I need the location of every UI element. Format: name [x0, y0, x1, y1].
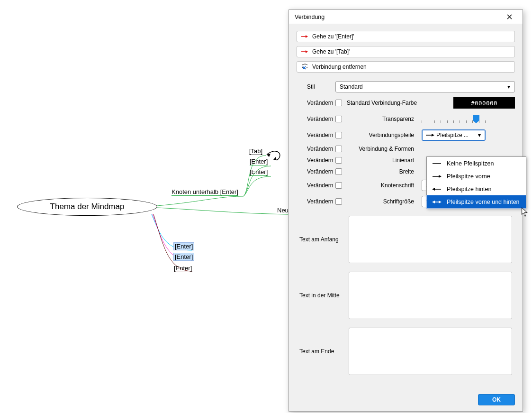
arrow-both-icon — [432, 200, 442, 204]
goto-tab-button[interactable]: Gehe zu '[Tab]' — [297, 46, 515, 57]
branch-knoten-unterhalb[interactable]: Knoten unterhalb [Enter] — [171, 188, 238, 196]
change-label-fontsize: Verändern — [297, 198, 331, 205]
change-label-nodefont: Verändern — [297, 182, 331, 189]
width-label: Breite — [347, 168, 417, 175]
branch-neu[interactable]: Neu — [277, 207, 289, 214]
nodefont-label: Knotenschrift — [347, 182, 417, 189]
change-label-lineart: Verändern — [297, 157, 331, 164]
leaf-enter-sel-1[interactable]: [Enter] — [174, 243, 194, 250]
change-label-shapes: Verändern — [297, 146, 331, 152]
lineart-label: Linienart — [347, 157, 417, 164]
dialog-title: Verbindung — [295, 14, 325, 20]
svg-marker-5 — [306, 50, 308, 53]
slider-thumb[interactable] — [473, 115, 479, 120]
connection-dialog: Verbindung Gehe zu '[Enter]' Gehe zu '[T… — [289, 9, 523, 412]
change-nodefont-checkbox[interactable] — [335, 182, 342, 189]
close-button[interactable] — [500, 10, 519, 24]
std-conn-color-label: Standard Verbindung-Farbe — [347, 100, 417, 106]
shapes-label: Verbindung & Formen — [347, 146, 417, 152]
svg-marker-0 — [273, 157, 277, 160]
svg-marker-17 — [439, 201, 442, 203]
text-start-label: Text am Anfang — [297, 236, 343, 243]
change-width-checkbox[interactable] — [335, 168, 342, 175]
goto-enter-button[interactable]: Gehe zu '[Enter]' — [297, 31, 515, 42]
change-lineart-checkbox[interactable] — [335, 157, 342, 164]
leaf-enter-2[interactable]: [Enter] — [250, 168, 268, 176]
arrows-option-none[interactable]: Keine Pfeilspitzen — [427, 157, 526, 170]
chevron-down-icon: ▾ — [504, 82, 513, 92]
center-node-text: Thema der Mindmap — [50, 202, 125, 211]
change-label-color: Verändern — [297, 100, 331, 106]
arrow-right-icon — [301, 33, 308, 40]
fontsize-label: Schriftgröße — [347, 198, 417, 205]
style-combo[interactable]: Standard ▾ — [335, 81, 515, 92]
change-fontsize-checkbox[interactable] — [335, 198, 342, 205]
remove-link-icon — [301, 63, 308, 71]
text-mid-label: Text in der Mitte — [297, 292, 343, 299]
remove-connection-button[interactable]: Verbindung entfernen — [297, 61, 515, 73]
leaf-tab[interactable]: [Tab] — [249, 147, 262, 155]
transparency-slider[interactable] — [422, 113, 486, 125]
change-label-transp: Verändern — [297, 116, 331, 122]
style-label: Stil — [297, 83, 331, 90]
arrows-dropdown: Keine Pfeilspitzen Pfeilspitze vorne Pfe… — [426, 156, 526, 209]
arrows-label: Verbindungspfeile — [347, 132, 417, 138]
arrows-option-both[interactable]: Pfeilspitze vorne und hinten — [427, 195, 526, 208]
change-label-width: Verändern — [297, 168, 331, 175]
ok-button[interactable]: OK — [478, 394, 515, 405]
leaf-enter-sel-2[interactable]: [Enter] — [174, 253, 194, 260]
svg-marker-3 — [306, 35, 308, 38]
text-start-input[interactable] — [349, 216, 512, 263]
text-end-label: Text am Ende — [297, 348, 343, 355]
change-color-checkbox[interactable] — [335, 100, 342, 106]
line-icon — [432, 162, 442, 165]
chevron-down-icon: ▾ — [475, 130, 483, 140]
center-node[interactable]: Thema der Mindmap — [17, 198, 157, 216]
svg-marker-9 — [432, 134, 434, 137]
color-field[interactable]: #000000 — [453, 97, 515, 109]
transparency-label: Transparenz — [347, 116, 417, 122]
leaf-enter-3[interactable]: [Enter] — [174, 265, 192, 272]
arrow-right-icon — [432, 174, 442, 178]
arrows-combo[interactable]: Pfeilspitze ... ▾ — [422, 129, 486, 141]
arrow-left-icon — [432, 187, 442, 191]
leaf-enter-1[interactable]: [Enter] — [250, 158, 268, 165]
arrow-right-icon — [301, 48, 308, 55]
text-end-input[interactable] — [349, 328, 512, 375]
change-shapes-checkbox[interactable] — [335, 146, 342, 152]
arrows-option-front[interactable]: Pfeilspitze vorne — [427, 170, 526, 183]
change-label-arrows: Verändern — [297, 132, 331, 138]
text-mid-input[interactable] — [349, 272, 512, 319]
svg-marker-14 — [432, 188, 435, 191]
dialog-titlebar: Verbindung — [289, 10, 523, 24]
arrows-option-back[interactable]: Pfeilspitze hinten — [427, 183, 526, 195]
svg-marker-12 — [439, 175, 442, 178]
cursor-icon — [522, 207, 528, 216]
change-transparency-checkbox[interactable] — [335, 116, 342, 122]
svg-marker-16 — [432, 201, 435, 203]
change-arrows-checkbox[interactable] — [335, 132, 342, 138]
